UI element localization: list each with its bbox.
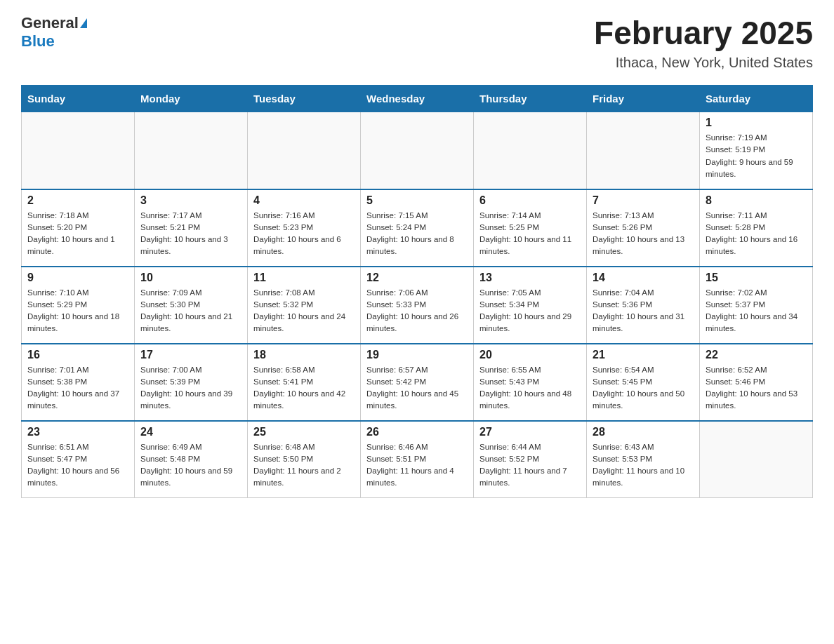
day-number: 17: [140, 349, 241, 361]
day-info: Sunrise: 6:54 AMSunset: 5:45 PMDaylight:…: [593, 364, 694, 412]
day-number: 28: [593, 426, 694, 438]
calendar-title: February 2025: [594, 14, 813, 52]
daylight-text: Daylight: 10 hours and 48 minutes.: [479, 388, 581, 412]
daylight-text: Daylight: 10 hours and 21 minutes.: [140, 311, 241, 335]
day-number: 2: [27, 194, 128, 207]
table-row: [587, 112, 700, 189]
sunset-text: Sunset: 5:34 PM: [479, 299, 581, 311]
day-info: Sunrise: 6:46 AMSunset: 5:51 PMDaylight:…: [366, 441, 468, 490]
day-number: 21: [593, 349, 694, 361]
table-row: 21Sunrise: 6:54 AMSunset: 5:45 PMDayligh…: [587, 344, 700, 421]
day-number: 13: [479, 271, 581, 284]
day-number: 12: [366, 271, 468, 284]
day-info: Sunrise: 6:57 AMSunset: 5:42 PMDaylight:…: [366, 364, 468, 412]
sunset-text: Sunset: 5:42 PM: [366, 376, 468, 388]
table-row: [135, 112, 248, 189]
day-info: Sunrise: 7:17 AMSunset: 5:21 PMDaylight:…: [140, 210, 241, 258]
day-info: Sunrise: 7:19 AMSunset: 5:19 PMDaylight:…: [706, 132, 807, 180]
calendar-table: Sunday Monday Tuesday Wednesday Thursday…: [21, 85, 813, 498]
table-row: 5Sunrise: 7:15 AMSunset: 5:24 PMDaylight…: [361, 189, 474, 267]
header-tuesday: Tuesday: [248, 86, 361, 112]
table-row: 13Sunrise: 7:05 AMSunset: 5:34 PMDayligh…: [474, 267, 587, 344]
sunrise-text: Sunrise: 7:05 AM: [479, 287, 581, 299]
daylight-text: Daylight: 10 hours and 3 minutes.: [140, 234, 241, 258]
sunrise-text: Sunrise: 6:57 AM: [366, 364, 468, 376]
sunrise-text: Sunrise: 7:17 AM: [140, 210, 241, 222]
day-number: 8: [706, 194, 807, 207]
daylight-text: Daylight: 10 hours and 53 minutes.: [706, 388, 807, 412]
sunrise-text: Sunrise: 7:00 AM: [140, 364, 241, 376]
sunset-text: Sunset: 5:29 PM: [27, 299, 128, 311]
sunset-text: Sunset: 5:30 PM: [140, 299, 241, 311]
daylight-text: Daylight: 10 hours and 24 minutes.: [253, 311, 355, 335]
day-info: Sunrise: 6:52 AMSunset: 5:46 PMDaylight:…: [706, 364, 807, 412]
sunset-text: Sunset: 5:38 PM: [27, 376, 128, 388]
calendar-week-row: 9Sunrise: 7:10 AMSunset: 5:29 PMDaylight…: [22, 267, 813, 344]
day-info: Sunrise: 7:06 AMSunset: 5:33 PMDaylight:…: [366, 287, 468, 335]
calendar-week-row: 16Sunrise: 7:01 AMSunset: 5:38 PMDayligh…: [22, 344, 813, 421]
day-number: 5: [366, 194, 468, 207]
sunset-text: Sunset: 5:53 PM: [593, 453, 694, 465]
sunset-text: Sunset: 5:37 PM: [706, 299, 807, 311]
daylight-text: Daylight: 10 hours and 8 minutes.: [366, 234, 468, 258]
calendar-header-row: Sunday Monday Tuesday Wednesday Thursday…: [22, 86, 813, 112]
sunrise-text: Sunrise: 6:52 AM: [706, 364, 807, 376]
day-info: Sunrise: 7:04 AMSunset: 5:36 PMDaylight:…: [593, 287, 694, 335]
sunrise-text: Sunrise: 6:43 AM: [593, 441, 694, 453]
table-row: 18Sunrise: 6:58 AMSunset: 5:41 PMDayligh…: [248, 344, 361, 421]
logo: General Blue: [21, 14, 87, 51]
table-row: 12Sunrise: 7:06 AMSunset: 5:33 PMDayligh…: [361, 267, 474, 344]
table-row: 27Sunrise: 6:44 AMSunset: 5:52 PMDayligh…: [474, 421, 587, 498]
sunset-text: Sunset: 5:36 PM: [593, 299, 694, 311]
sunrise-text: Sunrise: 7:02 AM: [706, 287, 807, 299]
day-info: Sunrise: 7:02 AMSunset: 5:37 PMDaylight:…: [706, 287, 807, 335]
sunset-text: Sunset: 5:39 PM: [140, 376, 241, 388]
daylight-text: Daylight: 10 hours and 26 minutes.: [366, 311, 468, 335]
day-number: 25: [253, 426, 355, 438]
sunrise-text: Sunrise: 7:10 AM: [27, 287, 128, 299]
day-info: Sunrise: 6:49 AMSunset: 5:48 PMDaylight:…: [140, 441, 241, 490]
daylight-text: Daylight: 10 hours and 59 minutes.: [140, 465, 241, 490]
table-row: 23Sunrise: 6:51 AMSunset: 5:47 PMDayligh…: [22, 421, 135, 498]
sunrise-text: Sunrise: 6:54 AM: [593, 364, 694, 376]
day-info: Sunrise: 7:14 AMSunset: 5:25 PMDaylight:…: [479, 210, 581, 258]
day-number: 26: [366, 426, 468, 438]
sunrise-text: Sunrise: 7:15 AM: [366, 210, 468, 222]
daylight-text: Daylight: 10 hours and 37 minutes.: [27, 388, 128, 412]
day-number: 11: [253, 271, 355, 284]
day-info: Sunrise: 7:09 AMSunset: 5:30 PMDaylight:…: [140, 287, 241, 335]
sunrise-text: Sunrise: 7:08 AM: [253, 287, 355, 299]
day-info: Sunrise: 6:58 AMSunset: 5:41 PMDaylight:…: [253, 364, 355, 412]
day-info: Sunrise: 7:13 AMSunset: 5:26 PMDaylight:…: [593, 210, 694, 258]
header-friday: Friday: [587, 86, 700, 112]
sunrise-text: Sunrise: 7:06 AM: [366, 287, 468, 299]
sunset-text: Sunset: 5:26 PM: [593, 222, 694, 234]
daylight-text: Daylight: 10 hours and 11 minutes.: [479, 234, 581, 258]
daylight-text: Daylight: 10 hours and 34 minutes.: [706, 311, 807, 335]
sunset-text: Sunset: 5:48 PM: [140, 453, 241, 465]
day-number: 6: [479, 194, 581, 207]
calendar-subtitle: Ithaca, New York, United States: [594, 55, 813, 71]
day-number: 3: [140, 194, 241, 207]
day-number: 10: [140, 271, 241, 284]
header-wednesday: Wednesday: [361, 86, 474, 112]
day-info: Sunrise: 7:10 AMSunset: 5:29 PMDaylight:…: [27, 287, 128, 335]
table-row: 7Sunrise: 7:13 AMSunset: 5:26 PMDaylight…: [587, 189, 700, 267]
daylight-text: Daylight: 10 hours and 13 minutes.: [593, 234, 694, 258]
day-info: Sunrise: 7:16 AMSunset: 5:23 PMDaylight:…: [253, 210, 355, 258]
sunrise-text: Sunrise: 7:09 AM: [140, 287, 241, 299]
header-monday: Monday: [135, 86, 248, 112]
day-info: Sunrise: 6:55 AMSunset: 5:43 PMDaylight:…: [479, 364, 581, 412]
sunrise-text: Sunrise: 7:19 AM: [706, 132, 807, 144]
table-row: 15Sunrise: 7:02 AMSunset: 5:37 PMDayligh…: [700, 267, 813, 344]
sunset-text: Sunset: 5:28 PM: [706, 222, 807, 234]
table-row: 1Sunrise: 7:19 AMSunset: 5:19 PMDaylight…: [700, 112, 813, 189]
day-info: Sunrise: 7:11 AMSunset: 5:28 PMDaylight:…: [706, 210, 807, 258]
table-row: 25Sunrise: 6:48 AMSunset: 5:50 PMDayligh…: [248, 421, 361, 498]
day-number: 4: [253, 194, 355, 207]
logo-blue-text: Blue: [21, 32, 55, 51]
day-info: Sunrise: 7:00 AMSunset: 5:39 PMDaylight:…: [140, 364, 241, 412]
table-row: 3Sunrise: 7:17 AMSunset: 5:21 PMDaylight…: [135, 189, 248, 267]
table-row: [248, 112, 361, 189]
day-number: 22: [706, 349, 807, 361]
